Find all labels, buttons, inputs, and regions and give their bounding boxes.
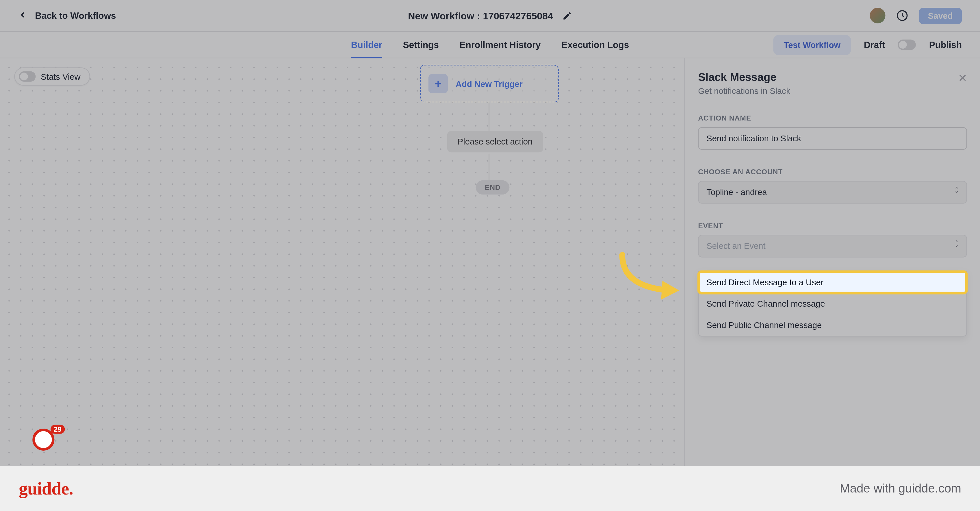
top-bar: Back to Workflows New Workflow : 1706742… [0,0,980,32]
add-trigger-node[interactable]: + Add New Trigger [420,65,559,102]
tab-enrollment-history[interactable]: Enrollment History [460,32,541,58]
add-trigger-label: Add New Trigger [456,79,523,89]
event-select[interactable]: Select an Event ˄˅ [698,235,967,258]
account-select[interactable]: Topline - andrea ˄˅ [698,181,967,204]
tab-settings[interactable]: Settings [403,32,439,58]
guidde-logo: guidde [19,478,73,499]
chevron-updown-icon: ˄˅ [955,242,959,251]
publish-toggle[interactable] [898,40,916,50]
back-link[interactable]: Back to Workflows [18,9,116,22]
account-value: Topline - andrea [706,187,767,197]
footer: guidde Made with guidde.com [0,466,980,511]
event-label: EVENT [698,222,967,229]
close-icon[interactable]: ✕ [958,72,967,85]
tab-execution-logs[interactable]: Execution Logs [562,32,629,58]
avatar[interactable] [870,8,885,24]
dropdown-item-private[interactable]: Send Private Channel message [698,293,966,314]
connector-line [489,102,489,131]
history-icon[interactable] [896,9,908,22]
panel-subtitle: Get notifications in Slack [698,86,790,96]
made-with-text: Made with guidde.com [840,482,961,495]
chevron-updown-icon: ˄˅ [955,188,959,197]
tab-bar: Builder Settings Enrollment History Exec… [0,32,980,58]
edit-icon[interactable] [562,11,572,21]
connector-line [489,154,489,182]
test-workflow-button[interactable]: Test Workflow [773,35,851,55]
action-name-input[interactable] [698,127,967,150]
chevron-left-icon [18,9,27,22]
workflow-canvas[interactable]: Stats View + Add New Trigger Please sele… [0,58,684,511]
event-dropdown: Send Direct Message to a User Send Priva… [698,271,967,337]
select-action-node[interactable]: Please select action [447,131,543,152]
side-panel: Slack Message Get notifications in Slack… [684,58,980,511]
choose-account-label: CHOOSE AN ACCOUNT [698,168,967,176]
tab-builder[interactable]: Builder [351,32,382,58]
toggle-icon [19,72,35,82]
topbar-right: Saved [870,8,962,24]
draft-label: Draft [864,40,885,50]
plus-icon: + [428,74,448,93]
panel-title: Slack Message [698,72,790,84]
workflow-title: New Workflow : 1706742765084 [408,10,553,21]
publish-label: Publish [929,40,962,50]
dropdown-item-dm[interactable]: Send Direct Message to a User [698,272,966,293]
action-name-label: ACTION NAME [698,114,967,122]
workflow-title-group: New Workflow : 1706742765084 [408,10,572,21]
guidde-badge[interactable]: 29 [32,429,58,455]
dropdown-item-public[interactable]: Send Public Channel message [698,314,966,336]
saved-button[interactable]: Saved [919,8,962,24]
stats-view-toggle[interactable]: Stats View [14,67,90,86]
stats-view-label: Stats View [41,72,80,81]
event-placeholder: Select an Event [706,241,765,251]
back-label: Back to Workflows [35,10,116,21]
badge-count: 29 [50,425,65,433]
end-node: END [476,180,510,194]
